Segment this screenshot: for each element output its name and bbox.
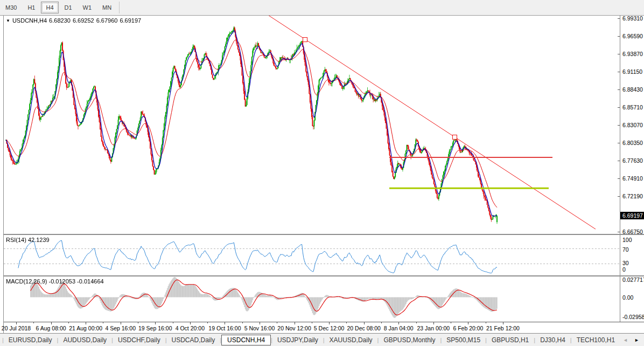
current-price-badge: 6.69197 (620, 212, 644, 219)
price-axis-label: 6.91150 (622, 69, 642, 75)
price-axis-label: 6.96590 (622, 33, 643, 39)
time-axis-tick (33, 322, 34, 323)
tab-scrollers: ◄► (620, 337, 644, 343)
indicator-axis-label: 70 (622, 247, 629, 253)
time-axis-tick (68, 322, 69, 323)
time-axis[interactable]: 20 Jul 20186 Aug 08:0021 Aug 00:004 Sep … (4, 322, 644, 334)
time-axis-tick (381, 322, 382, 323)
scroll-left-icon[interactable]: ◄ (620, 337, 631, 343)
time-axis-label: 21 Feb 12:00 (486, 325, 520, 331)
price-chart-panel: ▼USDCNH,H46.682306.692526.679606.69197 6… (4, 16, 644, 234)
ohlc-high: 6.69252 (73, 17, 94, 24)
macd-label: MACD(12,26,9) -0.012053 -0.014664 (6, 278, 104, 285)
symbol-tab-bar: |EURUSD,Daily|AUDUSD,Daily|USDCHF,Daily|… (0, 333, 644, 346)
time-axis-label: 21 Aug 00:00 (69, 325, 102, 331)
price-axis[interactable]: 6.993106.965906.938706.911506.884306.857… (620, 16, 644, 234)
time-axis-label: 8 Jan 04:00 (384, 325, 414, 331)
time-axis-tick (503, 322, 503, 324)
price-axis-label: 6.93870 (622, 51, 643, 57)
time-axis-tick (486, 322, 486, 323)
symbol-dropdown-icon[interactable]: ▼ (6, 18, 10, 23)
toolbar-separator (119, 2, 120, 13)
time-axis-tick (468, 322, 468, 324)
macd-axis[interactable]: 0.0277170.00-0.029582 (620, 276, 644, 322)
timeframe-tab-w1[interactable]: W1 (78, 2, 97, 13)
time-axis-tick (86, 322, 86, 324)
rsi-axis[interactable]: 10070300 (620, 235, 644, 275)
symbol-tab-xauusd[interactable]: XAUUSD,Daily (325, 335, 377, 345)
symbol-tab-usdcad[interactable]: USDCAD,Daily (167, 335, 220, 345)
price-axis-label: 6.85710 (622, 105, 643, 110)
macd-indicator-panel: MACD(12,26,9) -0.012053 -0.014664 0.0277… (4, 276, 644, 322)
price-chart-canvas[interactable] (4, 16, 620, 234)
symbol-tab-usdchf[interactable]: USDCHF,Daily (113, 335, 165, 345)
ohlc-close: 6.69197 (120, 17, 141, 24)
symbol-tab-usdcnh[interactable]: USDCNH,H4 (221, 335, 271, 345)
scroll-right-icon[interactable]: ► (631, 337, 642, 343)
time-axis-tick (398, 322, 399, 324)
time-axis-tick (277, 322, 277, 323)
timeframe-tab-m30[interactable]: M30 (1, 2, 22, 13)
ohlc-low: 6.67960 (96, 17, 118, 24)
symbol-tab-gbpusd[interactable]: GBPUSD,Monthly (379, 335, 440, 345)
time-axis-tick (138, 322, 138, 323)
time-axis-label: 5 Nov 16:00 (244, 325, 275, 331)
symbol-tab-dj30[interactable]: DJ30,H4 (535, 335, 570, 345)
time-axis-tick (364, 322, 365, 324)
symbol-tab-tech100[interactable]: TECH100,H1 (572, 335, 620, 345)
time-axis-label: 23 Jan 00:00 (417, 325, 450, 331)
time-axis-label: 20 Dec 08:00 (347, 325, 380, 331)
symbol-tab-sp500[interactable]: SP500,M15 (442, 335, 485, 345)
chart-symbol-label: USDCNH,H4 (12, 17, 47, 24)
time-axis-label: 5 Dec 12:00 (314, 325, 345, 331)
time-axis-label: 20 Jul 2018 (2, 325, 31, 331)
time-axis-tick (173, 322, 173, 323)
symbol-tab-usdjpy[interactable]: USDJPY,Daily (272, 335, 323, 345)
price-axis-label: 6.74910 (622, 176, 643, 182)
indicator-axis-label: 100 (622, 237, 632, 243)
time-axis-tick (312, 322, 312, 323)
time-axis-tick (242, 322, 243, 323)
price-axis-label: 6.77630 (622, 158, 643, 164)
time-axis-tick (121, 322, 121, 324)
time-axis-tick (155, 322, 156, 324)
time-axis-tick (207, 322, 208, 323)
price-axis-label: 6.72190 (622, 193, 643, 199)
price-axis-label: 6.99310 (622, 16, 643, 22)
indicator-axis-label: 0 (622, 267, 626, 273)
ohlc-open: 6.68230 (49, 17, 71, 24)
time-axis-label: 19 Oct 16:00 (208, 325, 241, 331)
time-axis-label: 6 Aug 08:00 (36, 325, 66, 331)
price-axis-label: 6.88430 (622, 87, 643, 93)
time-axis-label: 20 Nov 12:00 (277, 325, 311, 331)
time-axis-tick (51, 322, 52, 324)
chart-window: ▼USDCNH,H46.682306.692526.679606.69197 6… (3, 16, 644, 333)
time-axis-tick (190, 322, 191, 324)
timeframe-tab-h4[interactable]: H4 (41, 2, 58, 13)
timeframe-tab-h1[interactable]: H1 (23, 2, 40, 13)
price-axis-label: 6.83070 (622, 122, 643, 128)
time-axis-tick (433, 322, 434, 324)
chart-title: ▼USDCNH,H46.682306.692526.679606.69197 (6, 17, 143, 24)
time-axis-tick (329, 322, 330, 324)
time-axis-tick (346, 322, 347, 323)
timeframe-tab-d1[interactable]: D1 (60, 2, 77, 13)
time-axis-tick (103, 322, 103, 323)
trading-terminal-window: M30H1H4D1W1MN ▼USDCNH,H46.682306.692526.… (0, 0, 644, 346)
symbol-tab-gbpusd[interactable]: GBPUSD,H1 (487, 335, 534, 345)
time-axis-tick (295, 322, 295, 324)
symbol-tab-audusd[interactable]: AUDUSD,Daily (58, 335, 111, 345)
time-axis-label: 4 Sep 16:00 (105, 325, 136, 331)
indicator-axis-label: -0.029582 (622, 314, 644, 320)
timeframe-tab-mn[interactable]: MN (97, 2, 116, 13)
time-axis-tick (16, 322, 17, 324)
rsi-label: RSI(14) 42.1239 (6, 237, 50, 243)
rsi-indicator-panel: RSI(14) 42.1239 10070300 (4, 235, 644, 275)
time-axis-tick (260, 322, 260, 324)
time-axis-tick (416, 322, 417, 323)
rsi-canvas[interactable] (4, 235, 620, 275)
indicator-axis-label: 0.00 (622, 295, 633, 301)
time-axis-tick (451, 322, 451, 323)
indicator-axis-label: 30 (622, 260, 629, 266)
symbol-tab-eurusd[interactable]: EURUSD,Daily (4, 335, 57, 345)
